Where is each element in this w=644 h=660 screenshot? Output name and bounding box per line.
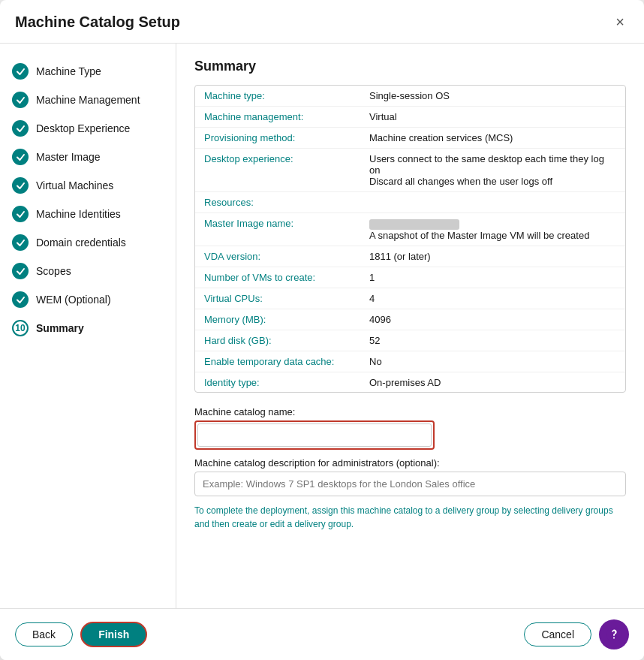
table-row: Hard disk (GB):52 bbox=[195, 330, 625, 351]
sidebar-label-machine-identities: Machine Identities bbox=[36, 208, 121, 220]
check-icon-machine-identities bbox=[12, 206, 29, 222]
summary-label: Identity type: bbox=[195, 372, 360, 393]
table-row: Provisioning method:Machine creation ser… bbox=[195, 128, 625, 149]
summary-label: Memory (MB): bbox=[195, 309, 360, 330]
summary-label: Hard disk (GB): bbox=[195, 330, 360, 351]
sidebar-label-master-image: Master Image bbox=[36, 151, 101, 163]
sidebar-item-machine-management[interactable]: Machine Management bbox=[0, 86, 176, 114]
check-icon-domain-credentials bbox=[12, 234, 29, 251]
sidebar-label-wem-optional: WEM (Optional) bbox=[36, 294, 111, 306]
summary-value: 52 bbox=[360, 330, 625, 351]
summary-value: On-premises AD bbox=[360, 372, 625, 393]
table-row: Machine management:Virtual bbox=[195, 107, 625, 128]
table-row: VDA version:1811 (or later) bbox=[195, 246, 625, 267]
summary-value: 1 bbox=[360, 267, 625, 288]
check-icon-master-image bbox=[12, 149, 29, 165]
help-icon bbox=[606, 626, 622, 643]
dialog-header: Machine Catalog Setup × bbox=[0, 0, 644, 44]
catalog-name-input[interactable] bbox=[197, 423, 432, 447]
sidebar-item-desktop-experience[interactable]: Desktop Experience bbox=[0, 114, 176, 143]
summary-value: A snapshot of the Master Image VM will b… bbox=[360, 213, 625, 246]
catalog-name-input-wrapper bbox=[194, 420, 435, 450]
back-button[interactable]: Back bbox=[15, 622, 73, 646]
catalog-desc-input[interactable] bbox=[194, 472, 626, 496]
footer-left: Back Finish bbox=[15, 622, 147, 647]
catalog-name-group: Machine catalog name: bbox=[194, 406, 626, 450]
dialog-body: Machine TypeMachine ManagementDesktop Ex… bbox=[0, 44, 644, 608]
sidebar-item-master-image[interactable]: Master Image bbox=[0, 143, 176, 171]
table-row: Machine type:Single-session OS bbox=[195, 86, 625, 107]
summary-value bbox=[360, 192, 625, 213]
sidebar-label-summary: Summary bbox=[36, 322, 84, 334]
summary-value: No bbox=[360, 351, 625, 372]
summary-label: Virtual CPUs: bbox=[195, 288, 360, 309]
check-icon-desktop-experience bbox=[12, 120, 29, 137]
finish-button[interactable]: Finish bbox=[80, 622, 147, 647]
summary-label: VDA version: bbox=[195, 246, 360, 267]
table-row: Desktop experience:Users connect to the … bbox=[195, 149, 625, 192]
cancel-button[interactable]: Cancel bbox=[524, 622, 591, 646]
sidebar-label-machine-type: Machine Type bbox=[36, 65, 101, 77]
sidebar-item-domain-credentials[interactable]: Domain credentials bbox=[0, 228, 176, 257]
summary-label: Provisioning method: bbox=[195, 128, 360, 149]
summary-table: Machine type:Single-session OSMachine ma… bbox=[195, 86, 625, 393]
sidebar-item-machine-identities[interactable]: Machine Identities bbox=[0, 200, 176, 228]
sidebar-item-virtual-machines[interactable]: Virtual Machines bbox=[0, 171, 176, 200]
check-icon-virtual-machines bbox=[12, 177, 29, 194]
catalog-desc-label: Machine catalog description for administ… bbox=[194, 457, 626, 469]
summary-value: 4096 bbox=[360, 309, 625, 330]
summary-value: Single-session OS bbox=[360, 86, 625, 107]
footer-right: Cancel bbox=[524, 619, 629, 649]
summary-value: Machine creation services (MCS) bbox=[360, 128, 625, 149]
summary-label: Machine type: bbox=[195, 86, 360, 107]
gray-placeholder bbox=[369, 219, 459, 230]
summary-label: Machine management: bbox=[195, 107, 360, 128]
summary-title: Summary bbox=[194, 59, 626, 74]
close-button[interactable]: × bbox=[611, 12, 629, 32]
table-row: Memory (MB):4096 bbox=[195, 309, 625, 330]
table-row: Virtual CPUs:4 bbox=[195, 288, 625, 309]
form-section: Machine catalog name: Machine catalog de… bbox=[194, 406, 626, 531]
num-badge-summary: 10 bbox=[12, 320, 29, 336]
sidebar-label-virtual-machines: Virtual Machines bbox=[36, 179, 113, 191]
sidebar-label-desktop-experience: Desktop Experience bbox=[36, 122, 130, 134]
sidebar: Machine TypeMachine ManagementDesktop Ex… bbox=[0, 44, 176, 608]
summary-value: 4 bbox=[360, 288, 625, 309]
check-icon-machine-management bbox=[12, 92, 29, 108]
summary-label: Enable temporary data cache: bbox=[195, 351, 360, 372]
sidebar-label-scopes: Scopes bbox=[36, 265, 71, 277]
summary-table-wrapper: Machine type:Single-session OSMachine ma… bbox=[194, 85, 626, 393]
summary-value: 1811 (or later) bbox=[360, 246, 625, 267]
summary-value: Users connect to the same desktop each t… bbox=[360, 149, 625, 192]
check-icon-scopes bbox=[12, 263, 29, 279]
catalog-name-label: Machine catalog name: bbox=[194, 406, 626, 417]
sidebar-item-wem-optional[interactable]: WEM (Optional) bbox=[0, 285, 176, 314]
table-row: Resources: bbox=[195, 192, 625, 213]
svg-point-1 bbox=[613, 637, 615, 638]
check-icon-wem-optional bbox=[12, 291, 29, 308]
sidebar-label-domain-credentials: Domain credentials bbox=[36, 237, 126, 249]
dialog-title: Machine Catalog Setup bbox=[15, 14, 180, 31]
summary-label: Number of VMs to create: bbox=[195, 267, 360, 288]
table-row: Master Image name:A snapshot of the Mast… bbox=[195, 213, 625, 246]
sidebar-item-machine-type[interactable]: Machine Type bbox=[0, 57, 176, 86]
dialog-footer: Back Finish Cancel bbox=[0, 608, 644, 660]
sidebar-label-machine-management: Machine Management bbox=[36, 94, 140, 106]
deployment-hint: To complete the deployment, assign this … bbox=[194, 504, 626, 531]
sidebar-item-summary[interactable]: 10Summary bbox=[0, 314, 176, 342]
machine-catalog-setup-dialog: Machine Catalog Setup × Machine TypeMach… bbox=[0, 0, 644, 660]
catalog-desc-group: Machine catalog description for administ… bbox=[194, 457, 626, 496]
summary-label: Desktop experience: bbox=[195, 149, 360, 192]
summary-label: Resources: bbox=[195, 192, 360, 213]
help-button[interactable] bbox=[599, 619, 629, 649]
table-row: Enable temporary data cache:No bbox=[195, 351, 625, 372]
main-content: Summary Machine type:Single-session OSMa… bbox=[176, 44, 644, 608]
summary-label: Master Image name: bbox=[195, 213, 360, 246]
table-row: Identity type:On-premises AD bbox=[195, 372, 625, 393]
sidebar-item-scopes[interactable]: Scopes bbox=[0, 257, 176, 285]
table-row: Number of VMs to create:1 bbox=[195, 267, 625, 288]
check-icon-machine-type bbox=[12, 63, 29, 80]
summary-value: Virtual bbox=[360, 107, 625, 128]
